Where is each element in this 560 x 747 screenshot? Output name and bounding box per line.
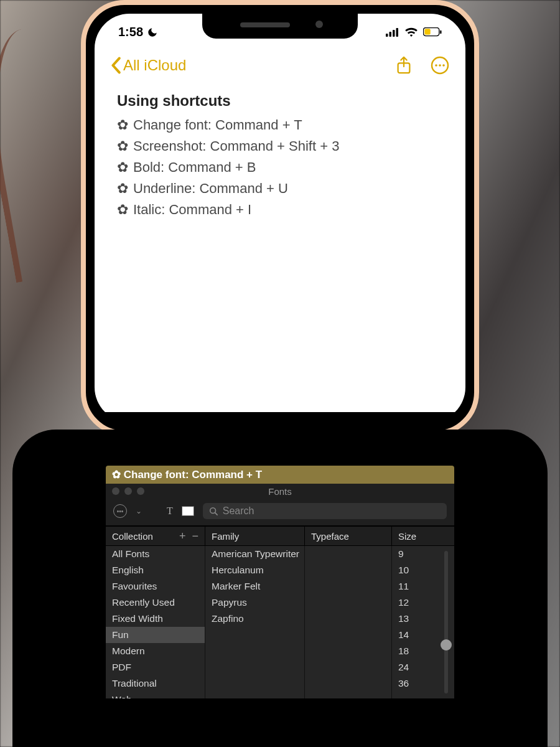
note-line-text: Underline: Command + U <box>133 178 288 199</box>
overlay-panel: ✿ Change font: Command + T Fonts ••• ⌄ T <box>12 430 548 747</box>
search-input[interactable]: Search <box>203 503 447 519</box>
nav-bar: All iCloud <box>95 52 465 78</box>
note-body[interactable]: Using shortcuts ✿Change font: Command + … <box>117 92 443 220</box>
cellular-signal-icon <box>386 27 399 37</box>
list-item[interactable]: Recently Used <box>106 594 205 611</box>
size-list[interactable]: 91011121314182436 <box>392 546 454 698</box>
chevron-left-icon <box>111 57 121 74</box>
window-title: Fonts <box>268 486 292 497</box>
size-slider-thumb[interactable] <box>441 639 452 651</box>
search-placeholder: Search <box>223 505 254 517</box>
back-button[interactable]: All iCloud <box>111 57 186 74</box>
status-time: 1:58 <box>118 25 143 39</box>
note-line-text: Change font: Command + T <box>133 115 302 136</box>
columns-header: Collection + − Family Typeface Size <box>106 526 454 546</box>
fonts-window: ✿ Change font: Command + T Fonts ••• ⌄ T <box>106 466 454 698</box>
actions-menu-icon[interactable]: ••• <box>113 504 127 518</box>
header-typeface[interactable]: Typeface <box>305 527 392 545</box>
list-item[interactable]: Zapfino <box>205 611 304 627</box>
bullet-icon: ✿ <box>117 199 128 220</box>
close-icon[interactable] <box>112 487 119 495</box>
bullet-icon: ✿ <box>117 178 128 199</box>
note-line: ✿Underline: Command + U <box>117 178 443 199</box>
battery-icon <box>423 27 442 37</box>
header-size[interactable]: Size <box>392 527 454 545</box>
zoom-icon[interactable] <box>137 487 144 495</box>
list-item[interactable]: Fun <box>106 627 205 643</box>
list-item[interactable]: American Typewriter <box>205 546 304 562</box>
note-line-text: Italic: Command + I <box>133 199 251 220</box>
svg-point-9 <box>435 64 437 67</box>
phone-screen: 1:58 <box>95 14 465 412</box>
list-item[interactable]: Web <box>106 692 205 698</box>
list-item[interactable]: Modern <box>106 643 205 659</box>
note-title: Using shortcuts <box>117 92 443 110</box>
hint-bar: ✿ Change font: Command + T <box>106 466 454 484</box>
note-line: ✿Change font: Command + T <box>117 115 443 136</box>
header-family[interactable]: Family <box>205 527 305 545</box>
list-item[interactable]: English <box>106 562 205 578</box>
notch <box>202 14 358 39</box>
list-item[interactable]: Fixed Width <box>106 611 205 627</box>
minimize-icon[interactable] <box>124 487 132 495</box>
header-collection[interactable]: Collection + − <box>106 527 205 545</box>
svg-point-11 <box>442 64 445 67</box>
svg-rect-5 <box>424 29 430 34</box>
chevron-down-icon[interactable]: ⌄ <box>136 507 142 515</box>
svg-rect-2 <box>393 30 395 37</box>
traffic-lights[interactable] <box>112 487 144 495</box>
svg-rect-3 <box>396 28 399 37</box>
remove-collection-icon[interactable]: − <box>192 530 198 542</box>
list-item[interactable]: Favourites <box>106 578 205 594</box>
list-item[interactable]: Traditional <box>106 675 205 692</box>
note-line-text: Bold: Command + B <box>133 157 256 178</box>
phone-frame: 1:58 <box>81 0 479 436</box>
svg-rect-1 <box>390 32 392 37</box>
bullet-icon: ✿ <box>117 136 128 157</box>
list-item[interactable]: Marker Felt <box>205 578 304 594</box>
color-swatch[interactable] <box>182 506 194 516</box>
bullet-icon: ✿ <box>117 157 128 178</box>
bullet-icon: ✿ <box>117 115 128 136</box>
note-line: ✿Italic: Command + I <box>117 199 443 220</box>
collection-list[interactable]: All FontsEnglishFavouritesRecently UsedF… <box>106 546 205 698</box>
add-collection-icon[interactable]: + <box>179 530 186 542</box>
more-icon[interactable] <box>431 56 449 75</box>
note-line: ✿Screenshot: Command + Shift + 3 <box>117 136 443 157</box>
svg-rect-6 <box>440 31 441 34</box>
family-list[interactable]: American TypewriterHerculanumMarker Felt… <box>205 546 305 698</box>
do-not-disturb-icon <box>147 27 158 38</box>
list-item[interactable]: Papyrus <box>205 594 304 611</box>
size-slider-track[interactable] <box>444 551 448 693</box>
window-chrome: Fonts ••• ⌄ T Search <box>106 484 454 526</box>
list-item[interactable]: PDF <box>106 659 205 675</box>
back-label: All iCloud <box>123 57 186 74</box>
typeface-list[interactable] <box>305 546 392 698</box>
svg-line-13 <box>215 513 217 515</box>
search-icon <box>209 507 218 515</box>
text-color-icon[interactable]: T <box>167 505 173 517</box>
share-icon[interactable] <box>394 56 413 75</box>
svg-rect-0 <box>386 34 388 37</box>
note-line: ✿Bold: Command + B <box>117 157 443 178</box>
list-item[interactable]: All Fonts <box>106 546 205 562</box>
note-line-text: Screenshot: Command + Shift + 3 <box>133 136 339 157</box>
list-item[interactable]: Herculanum <box>205 562 304 578</box>
wifi-icon <box>404 27 418 37</box>
svg-point-10 <box>439 64 441 67</box>
